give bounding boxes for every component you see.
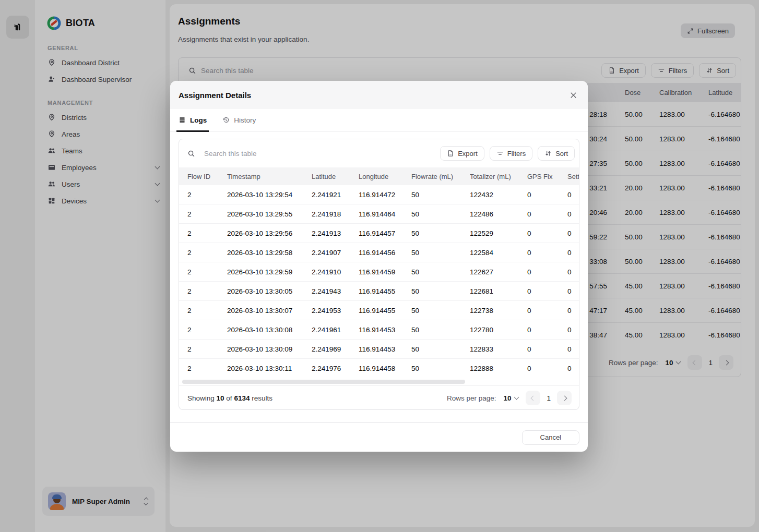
assignment-details-modal: Assignment Details Logs History <box>170 81 588 452</box>
table-cell: 2 <box>187 249 227 257</box>
table-cell: 0 <box>527 307 567 315</box>
table-cell: 2026-03-10 13:30:07 <box>227 307 312 315</box>
cancel-button[interactable]: Cancel <box>522 430 579 445</box>
history-icon <box>222 116 230 124</box>
table-cell: 116.914455 <box>359 307 411 315</box>
column-header: GPS Fix <box>527 173 567 180</box>
table-cell: 0 <box>567 326 579 334</box>
table-cell: 2 <box>187 345 227 353</box>
table-cell: 2.241976 <box>312 365 359 372</box>
table-cell: 2 <box>187 191 227 199</box>
table-row[interactable]: 22026-03-10 13:30:052.241943116.91445550… <box>179 282 579 301</box>
logs-table-footer: Showing 10 of 6134 results Rows per page… <box>179 385 579 410</box>
table-cell: 2026-03-10 13:30:08 <box>227 326 312 334</box>
modal-header: Assignment Details <box>170 81 588 109</box>
horizontal-scrollbar <box>179 378 579 385</box>
tab-logs[interactable]: Logs <box>179 109 207 131</box>
table-cell: 0 <box>527 191 567 199</box>
table-cell: 0 <box>567 345 579 353</box>
table-cell: 116.914453 <box>359 345 411 353</box>
table-cell: 50 <box>411 210 470 218</box>
column-header: Setting <box>567 173 579 180</box>
cancel-label: Cancel <box>540 433 561 441</box>
logs-icon <box>179 116 186 124</box>
table-cell: 122529 <box>470 229 527 237</box>
prev-page-button[interactable] <box>526 391 540 405</box>
table-cell: 2026-03-10 13:29:55 <box>227 210 312 218</box>
table-row[interactable]: 22026-03-10 13:29:592.241910116.91445950… <box>179 262 579 282</box>
table-cell: 2 <box>187 229 227 237</box>
search-icon <box>187 150 195 158</box>
table-cell: 122584 <box>470 249 527 257</box>
table-row[interactable]: 22026-03-10 13:30:092.241969116.91445350… <box>179 340 579 359</box>
table-cell: 2.241918 <box>312 210 359 218</box>
table-row[interactable]: 22026-03-10 13:29:562.241913116.91445750… <box>179 224 579 243</box>
column-header: Latitude <box>312 173 359 180</box>
table-cell: 0 <box>567 249 579 257</box>
table-cell: 2 <box>187 365 227 372</box>
table-cell: 2 <box>187 287 227 295</box>
logs-table-body: 22026-03-10 13:29:542.241921116.91447250… <box>179 185 579 378</box>
tab-history[interactable]: History <box>222 109 256 131</box>
table-cell: 50 <box>411 365 470 372</box>
table-cell: 2026-03-10 13:29:58 <box>227 249 312 257</box>
table-row[interactable]: 22026-03-10 13:29:552.241918116.91446450… <box>179 204 579 224</box>
table-row[interactable]: 22026-03-10 13:29:542.241921116.91447250… <box>179 185 579 204</box>
table-cell: 2.241961 <box>312 326 359 334</box>
shown-count: 10 <box>217 394 224 402</box>
table-cell: 116.914464 <box>359 210 411 218</box>
table-cell: 116.914455 <box>359 287 411 295</box>
table-cell: 50 <box>411 249 470 257</box>
table-row[interactable]: 22026-03-10 13:30:072.241953116.91445550… <box>179 301 579 320</box>
table-cell: 116.914472 <box>359 191 411 199</box>
table-cell: 122627 <box>470 268 527 276</box>
rows-per-page-select[interactable]: 10 <box>503 394 518 402</box>
table-cell: 2 <box>187 210 227 218</box>
table-cell: 0 <box>567 307 579 315</box>
table-cell: 116.914457 <box>359 229 411 237</box>
table-cell: 2026-03-10 13:29:56 <box>227 229 312 237</box>
table-cell: 116.914456 <box>359 249 411 257</box>
table-cell: 0 <box>527 229 567 237</box>
next-page-button[interactable] <box>557 391 572 405</box>
tab-label: Logs <box>190 116 207 124</box>
table-cell: 0 <box>567 229 579 237</box>
table-cell: 2.241953 <box>312 307 359 315</box>
table-cell: 122833 <box>470 345 527 353</box>
column-header: Totalizer (mL) <box>470 173 527 180</box>
modal-tabs: Logs History <box>170 109 588 131</box>
filters-button[interactable]: Filters <box>490 146 532 161</box>
close-icon[interactable] <box>567 89 579 101</box>
table-cell: 2 <box>187 268 227 276</box>
table-cell: 122738 <box>470 307 527 315</box>
table-cell: 122486 <box>470 210 527 218</box>
table-cell: 0 <box>527 210 567 218</box>
table-cell: 0 <box>567 287 579 295</box>
table-row[interactable]: 22026-03-10 13:30:112.241976116.91445850… <box>179 359 579 378</box>
table-cell: 2026-03-10 13:29:59 <box>227 268 312 276</box>
table-cell: 50 <box>411 191 470 199</box>
export-button[interactable]: csv Export <box>440 146 484 161</box>
scrollbar-thumb[interactable] <box>182 380 465 384</box>
table-cell: 0 <box>527 326 567 334</box>
table-cell: 2.241921 <box>312 191 359 199</box>
table-row[interactable]: 22026-03-10 13:30:082.241961116.91445350… <box>179 320 579 340</box>
table-cell: 0 <box>527 345 567 353</box>
logs-table-header: Flow ID Timestamp Latitude Longitude Flo… <box>179 167 579 185</box>
chevron-down-icon <box>514 395 519 400</box>
rows-per-page-label: Rows per page: <box>447 394 496 402</box>
table-cell: 122681 <box>470 287 527 295</box>
total-count: 6134 <box>234 394 250 402</box>
table-cell: 2026-03-10 13:29:54 <box>227 191 312 199</box>
table-row[interactable]: 22026-03-10 13:29:582.241907116.91445650… <box>179 243 579 262</box>
table-cell: 2.241907 <box>312 249 359 257</box>
sort-button[interactable]: Sort <box>538 146 575 161</box>
table-cell: 0 <box>567 191 579 199</box>
table-cell: 2.241969 <box>312 345 359 353</box>
column-header: Flowrate (mL) <box>411 173 470 180</box>
table-cell: 0 <box>527 268 567 276</box>
current-page: 1 <box>547 394 551 402</box>
table-cell: 50 <box>411 326 470 334</box>
table-cell: 0 <box>527 287 567 295</box>
search-input[interactable] <box>200 147 304 160</box>
